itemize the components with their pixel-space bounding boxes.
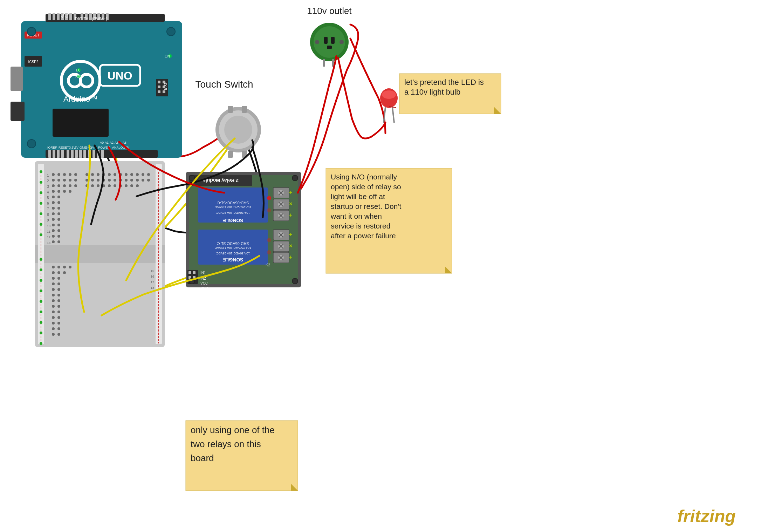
svg-text:want it on when: want it on when: [330, 212, 382, 220]
svg-rect-24: [67, 150, 69, 158]
svg-point-120: [97, 173, 100, 176]
svg-point-115: [63, 173, 66, 176]
svg-text:IOREF: IOREF: [47, 146, 57, 149]
svg-text:11: 11: [47, 230, 50, 233]
svg-text:10A 30VDC 10A 28VDC: 10A 30VDC 10A 28VDC: [216, 211, 250, 214]
svg-point-143: [130, 179, 133, 182]
svg-text:a 110v light bulb: a 110v light bulb: [404, 88, 460, 96]
svg-point-112: [40, 258, 42, 261]
svg-rect-21: [53, 150, 55, 158]
svg-text:1: 1: [47, 173, 49, 177]
svg-point-144: [136, 179, 139, 182]
svg-point-103: [40, 233, 42, 236]
svg-point-211: [52, 333, 55, 336]
svg-rect-63: [163, 90, 165, 93]
svg-point-168: [52, 201, 55, 204]
svg-text:UNO: UNO: [107, 69, 132, 82]
svg-text:13: 13: [47, 241, 50, 245]
svg-text:VCC: VCC: [200, 281, 208, 285]
svg-rect-26: [75, 150, 78, 158]
svg-rect-282: [228, 106, 233, 113]
svg-text:5: 5: [47, 196, 49, 200]
svg-point-174: [52, 218, 55, 221]
svg-rect-289: [331, 37, 335, 44]
svg-rect-22: [57, 150, 60, 158]
svg-text:3: 3: [47, 185, 49, 189]
svg-point-140: [114, 179, 116, 182]
svg-rect-2: [11, 67, 23, 91]
svg-point-101: [40, 212, 42, 215]
svg-text:17: 17: [151, 280, 154, 284]
svg-point-193: [52, 282, 55, 285]
svg-point-119: [91, 173, 94, 176]
svg-rect-58: [158, 81, 160, 83]
svg-text:SRD-05VDC-SL-C: SRD-05VDC-SL-C: [217, 241, 249, 246]
svg-text:DIGITAL (PWM~): DIGITAL (PWM~): [75, 16, 108, 21]
svg-text:A3: A3: [115, 141, 118, 144]
svg-rect-62: [158, 90, 160, 93]
svg-point-212: [57, 333, 60, 336]
svg-point-197: [52, 294, 55, 296]
svg-point-123: [114, 173, 116, 176]
svg-rect-10: [69, 13, 72, 20]
svg-text:6: 6: [47, 202, 49, 205]
svg-text:A1: A1: [105, 141, 109, 144]
svg-point-113: [52, 173, 55, 176]
svg-point-125: [125, 173, 128, 176]
svg-text:TX: TX: [75, 68, 80, 72]
svg-text:A2: A2: [110, 141, 114, 144]
svg-point-164: [63, 190, 66, 193]
svg-point-160: [130, 184, 133, 187]
svg-point-117: [74, 173, 77, 176]
svg-point-102: [40, 223, 42, 226]
svg-text:IN1: IN1: [200, 271, 206, 275]
svg-point-201: [52, 305, 55, 308]
svg-point-163: [57, 190, 60, 193]
svg-point-191: [52, 277, 55, 280]
svg-point-126: [130, 173, 133, 176]
svg-point-122: [108, 173, 111, 176]
svg-rect-25: [71, 150, 74, 158]
svg-point-208: [57, 322, 60, 325]
note-led: let's pretend the LED is a 110v light bu…: [399, 74, 501, 114]
svg-rect-5: [48, 13, 51, 20]
touch-switch-label: Touch Switch: [196, 79, 253, 90]
svg-rect-23: [61, 150, 64, 158]
svg-text:let's pretend the LED is: let's pretend the LED is: [404, 78, 484, 87]
svg-text:10A 250VAC 10A 125VAC: 10A 250VAC 10A 125VAC: [214, 205, 251, 209]
svg-text:2: 2: [47, 179, 49, 183]
svg-rect-32: [101, 150, 104, 158]
svg-point-154: [97, 184, 100, 187]
svg-point-129: [147, 173, 150, 176]
note-relay: Using N/O (normally open) side of relay …: [326, 168, 452, 273]
svg-point-136: [91, 179, 94, 182]
svg-point-194: [57, 282, 60, 285]
svg-rect-27: [79, 150, 82, 158]
svg-point-242: [267, 208, 271, 212]
svg-point-105: [40, 332, 42, 334]
svg-point-264: [267, 250, 271, 254]
svg-point-200: [57, 299, 60, 302]
svg-text:Arduino™: Arduino™: [63, 95, 98, 103]
svg-point-294: [339, 40, 344, 44]
svg-point-127: [136, 173, 139, 176]
svg-point-137: [97, 179, 100, 182]
svg-text:12: 12: [47, 236, 50, 239]
svg-point-107: [40, 311, 42, 313]
svg-text:ON: ON: [165, 54, 170, 58]
relay-module: 2 Relay Module SRD-05VDC-SL-C 10A 250VAC…: [186, 172, 301, 290]
svg-text:×: ×: [289, 201, 292, 207]
svg-rect-284: [228, 151, 233, 158]
svg-text:A0: A0: [100, 141, 104, 144]
svg-point-199: [52, 299, 55, 302]
svg-point-186: [63, 266, 66, 268]
svg-point-293: [315, 40, 319, 44]
svg-text:4: 4: [47, 190, 49, 194]
svg-point-134: [74, 179, 77, 182]
svg-rect-30: [92, 150, 95, 158]
svg-point-179: [57, 229, 60, 232]
svg-point-173: [57, 212, 60, 215]
svg-point-55: [167, 27, 175, 36]
svg-point-148: [57, 184, 60, 187]
svg-point-195: [52, 288, 55, 291]
